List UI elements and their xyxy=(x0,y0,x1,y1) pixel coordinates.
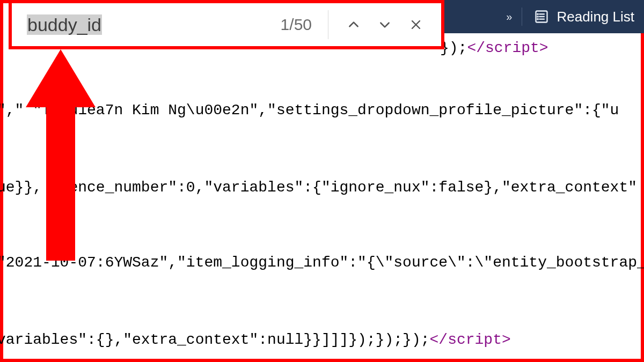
find-prev-button[interactable] xyxy=(338,9,369,40)
find-query-input[interactable]: buddy_id xyxy=(27,14,281,35)
source-text: "2021-10-07:6YWSaz","item_logging_info":… xyxy=(0,254,644,271)
source-text: variables":{},"extra_context":null}}]]]}… xyxy=(0,331,430,348)
source-line: });</script​> xyxy=(440,40,548,56)
find-close-button[interactable] xyxy=(400,9,431,40)
html-closing-tag: </script​> xyxy=(467,40,548,56)
page-source-content: });</script​> "," "Tr\u1ea7n Kim Ng\u00e… xyxy=(0,33,644,362)
annotated-screenshot-frame: » Reading List buddy_id 1/50 xyxy=(0,0,644,362)
svg-point-6 xyxy=(538,19,538,19)
overflow-chevrons-icon[interactable]: » xyxy=(506,11,510,23)
source-text: ue}}, quence_number":0,"variables":{"ign… xyxy=(0,179,637,196)
html-closing-tag: </script​> xyxy=(430,331,511,348)
toolbar-divider xyxy=(522,8,522,26)
reading-list-icon xyxy=(534,9,549,24)
svg-point-4 xyxy=(538,14,538,14)
source-line: ue}}, quence_number":0,"variables":{"ign… xyxy=(0,179,637,196)
browser-toolbar-right: » Reading List xyxy=(441,0,644,33)
source-line: variables":{},"extra_context":null}}]]]}… xyxy=(0,331,511,348)
svg-point-5 xyxy=(538,16,538,17)
source-line: "2021-10-07:6YWSaz","item_logging_info":… xyxy=(0,254,644,271)
annotation-arrow xyxy=(26,49,96,261)
find-match-count: 1/50 xyxy=(281,16,312,34)
findbar-divider xyxy=(328,10,328,39)
find-in-page-bar: buddy_id 1/50 xyxy=(9,0,444,49)
reading-list-button[interactable]: Reading List xyxy=(534,9,634,25)
reading-list-label: Reading List xyxy=(557,9,634,25)
svg-marker-9 xyxy=(26,49,96,261)
find-next-button[interactable] xyxy=(369,9,400,40)
